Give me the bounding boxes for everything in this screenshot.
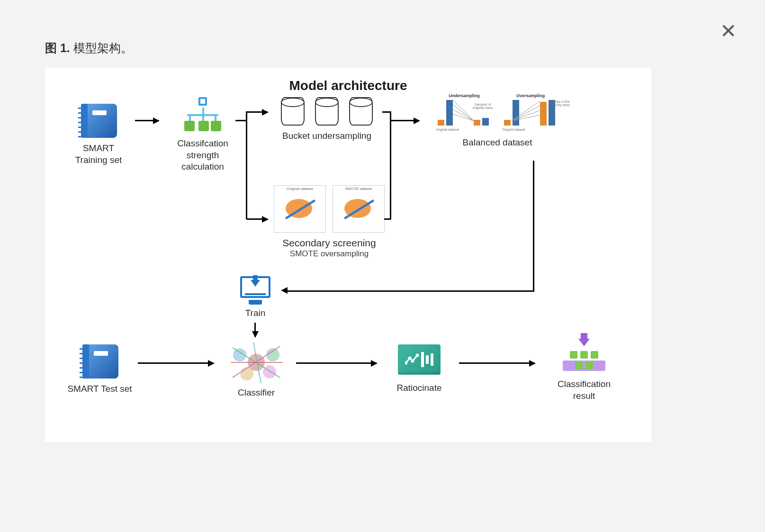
label-train: Train <box>232 307 279 319</box>
label-secondary: Secondary screening <box>268 236 391 249</box>
label-calc: Classifcation strength calculation <box>167 138 238 173</box>
arrow-icon <box>459 362 535 364</box>
connector-line <box>287 290 534 292</box>
arrow-icon <box>296 362 377 364</box>
thumb-label: Original dataset <box>502 128 525 131</box>
thumb-label: Original dataset <box>436 128 459 131</box>
sublabel-secondary: SMOTE oversampling <box>268 249 391 259</box>
node-classifier: Classifier <box>223 341 289 399</box>
thumb-label: Copies of the minority class <box>547 100 573 107</box>
arrow-icon <box>247 111 268 113</box>
thumb-title: Undersampling <box>436 93 493 98</box>
arrow-icon <box>254 323 256 337</box>
connector-line <box>382 111 391 113</box>
svg-point-14 <box>266 348 279 361</box>
scatter-title: Original dataset <box>274 186 325 191</box>
svg-point-15 <box>240 367 253 380</box>
connector-line <box>235 120 247 121</box>
scatter-thumb-smote: SMOTE dataset <box>333 185 385 233</box>
diagram-title: Model architecture <box>45 68 651 93</box>
thumb-label: Samples of majority class <box>471 103 495 109</box>
node-test-set: SMART Test set <box>63 343 136 395</box>
arrow-icon <box>138 362 214 364</box>
classifier-thumb-icon <box>228 341 285 384</box>
hierarchy-icon <box>181 97 224 135</box>
svg-point-16 <box>263 365 276 379</box>
node-ratiocinate: Ratiocinate <box>386 344 452 394</box>
svg-point-24 <box>416 354 418 356</box>
node-bucket: Bucket undersampling <box>268 97 386 142</box>
svg-point-21 <box>405 362 407 364</box>
label-balanced: Balanced dataset <box>424 137 571 149</box>
svg-point-23 <box>412 360 414 362</box>
cylinders-icon <box>268 97 386 126</box>
arrow-icon <box>135 120 159 121</box>
node-training-set: SMART Training set <box>63 102 134 166</box>
connector-line <box>246 111 247 219</box>
connector-line <box>533 161 534 291</box>
arrowhead-icon <box>281 287 288 294</box>
diagram-panel: Model architecture SMART Training set Cl… <box>45 68 651 442</box>
scatter-pair: Original dataset SMOTE dataset <box>268 185 391 233</box>
connector-line <box>384 218 391 220</box>
label-result: Classification result <box>546 379 622 402</box>
node-secondary: Original dataset SMOTE dataset Secondary… <box>268 185 391 259</box>
download-icon <box>240 276 270 305</box>
balanced-oversampling: Oversampling Original dataset Copies of … <box>502 93 559 131</box>
notebook-icon <box>78 102 119 140</box>
notebook-icon <box>80 343 120 380</box>
balanced-pair: Undersampling Original dataset Samples o… <box>424 93 571 131</box>
thumb-title: Oversampling <box>502 93 559 98</box>
node-train: Train <box>232 276 279 319</box>
svg-line-10 <box>512 110 540 121</box>
label-bucket: Bucket undersampling <box>268 130 386 142</box>
figure-caption: 图 1. 模型架构。 <box>45 40 737 56</box>
scatter-title: SMOTE dataset <box>333 186 384 191</box>
svg-point-22 <box>409 357 411 359</box>
label-classifier: Classifier <box>223 387 289 399</box>
svg-line-9 <box>512 106 540 121</box>
label-ratiocinate: Ratiocinate <box>386 382 452 394</box>
caption-text: 模型架构。 <box>70 41 133 54</box>
label-test-set: SMART Test set <box>63 383 136 395</box>
connector-line <box>390 111 391 219</box>
scatter-thumb-original: Original dataset <box>274 185 326 233</box>
figure-modal: ✕ 图 1. 模型架构。 Model architecture SMART Tr… <box>0 0 765 532</box>
arrow-icon <box>391 120 419 121</box>
node-balanced: Undersampling Original dataset Samples o… <box>424 93 571 149</box>
balanced-undersampling: Undersampling Original dataset Samples o… <box>436 93 493 131</box>
label-training-set: SMART Training set <box>63 143 134 166</box>
arrow-icon <box>247 218 268 220</box>
caption-bold: 图 1. <box>45 41 70 54</box>
node-result: Classification result <box>546 339 622 402</box>
close-icon[interactable]: ✕ <box>720 21 737 41</box>
analytics-icon <box>398 344 441 375</box>
result-icon <box>563 339 605 374</box>
node-calc: Classifcation strength calculation <box>167 97 238 173</box>
